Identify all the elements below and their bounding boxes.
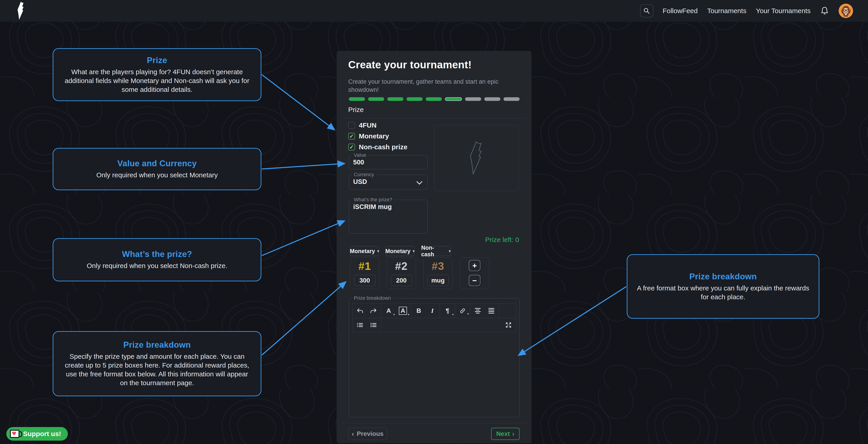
notifications-button[interactable] [820,6,829,16]
chevron-down-icon [416,181,423,185]
create-tournament-card: Create your tournament! Create your tour… [337,51,532,443]
paragraph-format-icon[interactable]: ¶ ▾ [444,307,451,315]
callout-body: Specify the prize type and amount for ea… [62,352,252,387]
breakdown-text-area[interactable] [349,332,519,422]
nav-link-followfeed[interactable]: FollowFeed [663,7,698,15]
value-text: 500 [349,158,427,168]
caret-down-icon: ▾ [393,313,395,316]
callout-value-and-currency: Value and Currency Only required when yo… [53,148,261,190]
prize-1-amount-input[interactable]: 300 [354,275,375,286]
checkbox-unchecked [348,122,355,129]
prize-description-text: iSCRIM mug [349,203,427,212]
progress-step-8 [484,97,500,101]
section-label: Prize [348,106,364,114]
divider [342,118,527,119]
bold-icon[interactable]: B [415,307,422,315]
caret-down-icon: ▾ [452,313,454,316]
progress-step-5 [426,97,442,101]
unordered-list-icon[interactable] [356,323,363,327]
top-nav-bar: FollowFeed Tournaments Your Tournaments [0,0,868,22]
place-2-type-select[interactable]: Monetary ▾ [385,246,414,256]
highlight-color-icon[interactable]: A ▾ [399,307,407,315]
prize-description-label: What’s the prize? [352,197,394,203]
bell-icon [820,6,829,16]
caret-down-icon: ▾ [377,249,379,254]
nav-link-your-tournaments[interactable]: Your Tournaments [756,7,811,15]
align-left-icon[interactable] [474,308,481,314]
checkbox-non-cash-prize[interactable]: ✓ Non-cash prize [348,143,407,151]
prize-image-placeholder[interactable] [434,125,519,191]
progress-step-3 [387,97,403,101]
progress-step-9 [503,97,520,101]
value-input[interactable]: Value 500 [349,152,428,170]
remove-prize-box-button[interactable]: − [469,275,480,286]
progress-step-7 [465,97,481,101]
prize-box-3: #3 mug [423,257,453,289]
prize-description-input[interactable]: What’s the prize? iSCRIM mug [349,197,428,233]
align-justify-icon[interactable] [488,308,495,314]
logo-outline-icon [468,141,486,175]
italic-icon[interactable]: I [429,307,436,315]
callout-whats-the-prize: What’s the prize? Only required when you… [53,238,261,282]
callout-body: Only required when you select Monetary [96,171,218,179]
avatar-image [839,4,853,18]
page-subtitle: Create your tournament, gather teams and… [348,78,502,94]
next-button[interactable]: Next › [491,428,520,440]
fullscreen-icon[interactable] [505,322,512,328]
caret-down-icon: ▾ [467,312,469,316]
callout-title: Value and Currency [117,159,197,168]
prize-2-amount-input[interactable]: 200 [391,275,412,286]
prize-box-stepper: + − [460,257,489,289]
rank-3-label: #3 [432,260,444,272]
progress-step-4 [406,97,423,101]
prize-3-amount-input[interactable]: mug [427,275,448,286]
progress-step-2 [368,97,384,101]
callout-prize-breakdown-boxes: Prize breakdown Specify the prize type a… [53,331,261,396]
search-icon [643,7,650,14]
callout-prize-breakdown-freeform: Prize breakdown A free format box where … [627,254,819,319]
value-label: Value [352,152,368,158]
progress-step-1 [349,97,365,101]
caret-down-icon: ▾ [413,249,415,254]
page-title: Create your tournament! [348,59,472,71]
currency-text: USD [349,178,427,187]
ordered-list-icon[interactable] [370,323,377,327]
callout-title: What’s the prize? [122,249,192,259]
nav-link-tournaments[interactable]: Tournaments [707,7,746,15]
callout-body: What are the players playing for? 4FUN d… [62,67,252,94]
step-progress-bar [349,97,520,101]
currency-label: Currency [352,172,376,178]
checkbox-checked: ✓ [348,144,355,150]
callout-title: Prize breakdown [689,272,757,282]
previous-button[interactable]: ‹ Previous [348,428,387,440]
callout-title: Prize breakdown [123,340,191,350]
add-prize-box-button[interactable]: + [469,260,480,271]
prize-breakdown-label: Prize breakdown [352,295,393,301]
checkbox-checked: ✓ [348,133,355,140]
text-color-icon[interactable]: A ▾ [385,307,392,315]
checkbox-4fun[interactable]: 4FUN [348,121,376,129]
callout-prize: Prize What are the players playing for? … [53,48,261,101]
place-1-type-select[interactable]: Monetary ▾ [350,246,379,256]
callout-body: A free format box where you can fully ex… [637,284,810,301]
chevron-right-icon: › [512,430,515,438]
chevron-left-icon: ‹ [352,430,354,438]
link-icon[interactable]: ▾ [459,308,466,314]
user-avatar[interactable] [839,4,853,18]
redo-icon[interactable] [370,308,377,314]
prize-breakdown-editor: Prize breakdown A ▾ A [349,295,520,417]
support-us-button[interactable]: ♥ Support us! [6,427,68,441]
undo-icon[interactable] [356,308,363,314]
editor-toolbar: A ▾ A ▾ B I ¶ ▾ [352,303,516,332]
search-button[interactable] [640,4,653,18]
prize-left-counter: Prize left: 0 [485,236,519,244]
place-3-type-select[interactable]: Non-cash ▾ [421,246,451,256]
caret-down-icon: ▾ [408,313,409,316]
kofi-mug-icon: ♥ [10,430,20,438]
rank-2-label: #2 [395,260,407,272]
site-logo-icon[interactable] [14,1,28,20]
checkbox-monetary[interactable]: ✓ Monetary [348,132,389,140]
rank-1-label: #1 [359,260,371,272]
currency-select[interactable]: Currency USD [349,172,428,190]
progress-step-6-current [445,97,462,101]
